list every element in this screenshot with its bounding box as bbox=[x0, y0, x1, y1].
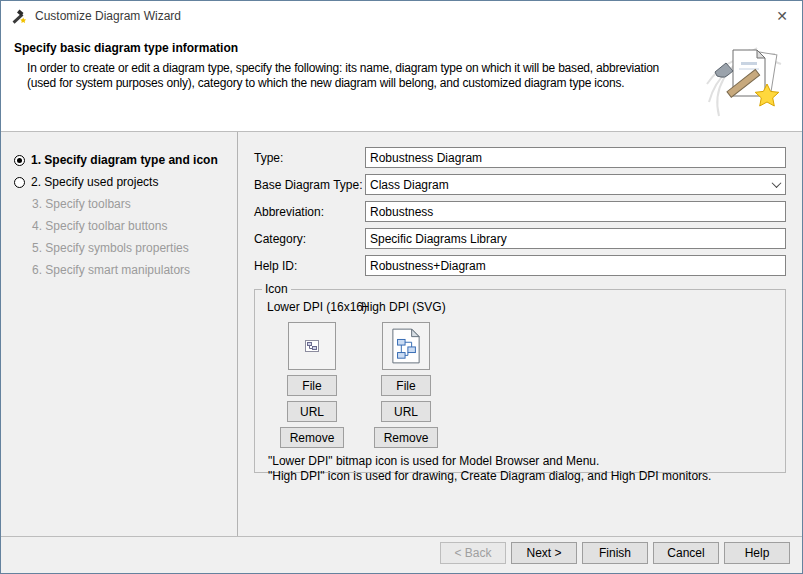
step-item-4: 4. Specify toolbar buttons bbox=[1, 215, 237, 237]
type-input[interactable] bbox=[365, 147, 786, 168]
step-label: 3. Specify toolbars bbox=[32, 197, 131, 211]
lower-dpi-preview bbox=[288, 322, 336, 370]
step-label: 4. Specify toolbar buttons bbox=[32, 219, 167, 233]
help-id-input[interactable] bbox=[365, 255, 786, 276]
radio-unselected-icon bbox=[14, 177, 25, 188]
selected-option: Class Diagram bbox=[370, 178, 767, 192]
abbreviation-row: Abbreviation: bbox=[254, 201, 786, 222]
next-button[interactable]: Next > bbox=[511, 542, 577, 564]
wizard-header: Specify basic diagram type information I… bbox=[1, 31, 802, 132]
type-row: Type: bbox=[254, 147, 786, 168]
lower-dpi-diagram-icon bbox=[304, 338, 320, 354]
step-item-3: 3. Specify toolbars bbox=[1, 193, 237, 215]
help-button[interactable]: Help bbox=[724, 542, 790, 564]
icon-columns: Lower DPI (16x16) File URL Remove bbox=[265, 298, 775, 448]
wizard-steps: 1. Specify diagram type and icon 2. Spec… bbox=[1, 132, 238, 536]
base-diagram-type-select[interactable]: Class Diagram bbox=[365, 174, 786, 195]
category-input[interactable] bbox=[365, 228, 786, 249]
category-label: Category: bbox=[254, 232, 365, 246]
category-row: Category: bbox=[254, 228, 786, 249]
icon-group: Icon Lower DPI (16x16) File bbox=[254, 282, 786, 473]
lower-dpi-url-button[interactable]: URL bbox=[287, 401, 337, 422]
back-button: < Back bbox=[440, 542, 506, 564]
step-item-2[interactable]: 2. Specify used projects bbox=[1, 171, 237, 193]
high-dpi-column: High DPI (SVG) File bbox=[359, 298, 453, 448]
page-description: In order to create or edit a diagram typ… bbox=[27, 61, 687, 91]
customize-diagram-wizard-dialog: Customize Diagram Wizard ✕ Specify basic… bbox=[0, 0, 803, 574]
abbreviation-label: Abbreviation: bbox=[254, 205, 365, 219]
page-title: Specify basic diagram type information bbox=[14, 41, 238, 55]
lower-dpi-remove-button[interactable]: Remove bbox=[280, 427, 344, 448]
lower-dpi-file-button[interactable]: File bbox=[287, 375, 337, 396]
lower-dpi-note: "Lower DPI" bitmap icon is used for Mode… bbox=[268, 454, 775, 469]
abbreviation-input[interactable] bbox=[365, 201, 786, 222]
finish-button[interactable]: Finish bbox=[582, 542, 648, 564]
high-dpi-note: "High DPI" icon is used for drawing, Cre… bbox=[268, 469, 775, 484]
step-item-1[interactable]: 1. Specify diagram type and icon bbox=[1, 149, 237, 171]
title-bar: Customize Diagram Wizard ✕ bbox=[1, 1, 802, 31]
high-dpi-label: High DPI (SVG) bbox=[361, 300, 446, 314]
step-item-6: 6. Specify smart manipulators bbox=[1, 259, 237, 281]
high-dpi-file-button[interactable]: File bbox=[381, 375, 431, 396]
step-label: 2. Specify used projects bbox=[31, 175, 158, 189]
help-id-row: Help ID: bbox=[254, 255, 786, 276]
help-id-label: Help ID: bbox=[254, 259, 365, 273]
type-label: Type: bbox=[254, 151, 365, 165]
high-dpi-remove-button[interactable]: Remove bbox=[374, 427, 438, 448]
base-diagram-type-label: Base Diagram Type: bbox=[254, 178, 365, 192]
high-dpi-diagram-icon bbox=[391, 328, 421, 364]
step-item-5: 5. Specify symbols properties bbox=[1, 237, 237, 259]
step-label: 6. Specify smart manipulators bbox=[32, 263, 190, 277]
base-diagram-type-row: Base Diagram Type: Class Diagram bbox=[254, 174, 786, 195]
window-title: Customize Diagram Wizard bbox=[35, 9, 181, 23]
high-dpi-url-button[interactable]: URL bbox=[381, 401, 431, 422]
close-icon[interactable]: ✕ bbox=[768, 3, 796, 29]
cancel-button[interactable]: Cancel bbox=[653, 542, 719, 564]
icon-group-legend: Icon bbox=[262, 282, 291, 296]
wizard-content: 1. Specify diagram type and icon 2. Spec… bbox=[1, 132, 802, 536]
document-hammer-star-icon bbox=[703, 40, 787, 124]
lower-dpi-column: Lower DPI (16x16) File URL Remove bbox=[265, 298, 359, 448]
chevron-down-icon[interactable] bbox=[767, 175, 785, 194]
lower-dpi-label: Lower DPI (16x16) bbox=[267, 300, 367, 314]
wizard-app-icon bbox=[11, 8, 27, 24]
high-dpi-preview bbox=[382, 322, 430, 370]
radio-selected-icon bbox=[14, 155, 25, 166]
step-label: 1. Specify diagram type and icon bbox=[31, 153, 218, 167]
step-label: 5. Specify symbols properties bbox=[32, 241, 189, 255]
wizard-footer: < Back Next > Finish Cancel Help bbox=[1, 536, 802, 573]
diagram-type-form: Type: Base Diagram Type: Class Diagram A… bbox=[239, 132, 802, 536]
